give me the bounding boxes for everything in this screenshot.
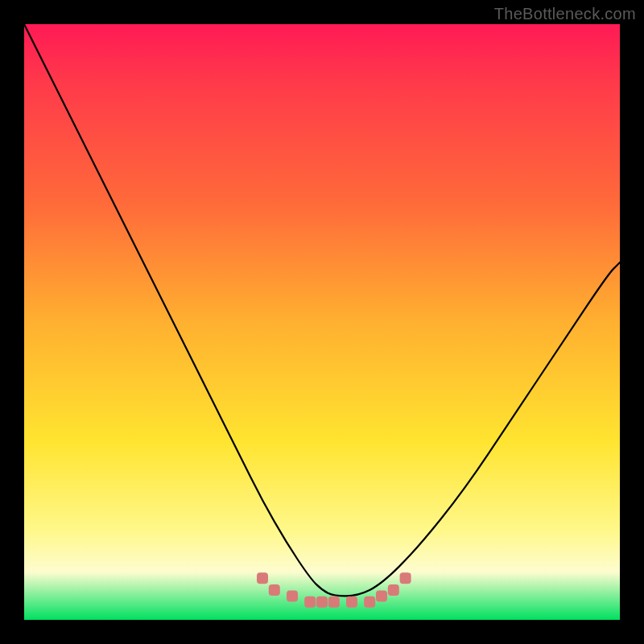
chart-frame: TheBottleneck.com xyxy=(0,0,644,644)
bottom-marker xyxy=(257,572,268,584)
bottom-marker xyxy=(364,597,375,608)
plot-area xyxy=(24,24,620,620)
bottom-marker xyxy=(346,597,357,608)
bottom-marker xyxy=(287,590,298,601)
bottom-marker xyxy=(304,597,316,608)
watermark-text: TheBottleneck.com xyxy=(494,5,636,23)
bottleneck-curve xyxy=(24,24,620,596)
chart-svg xyxy=(24,24,620,620)
bottom-marker xyxy=(328,597,340,608)
bottom-marker xyxy=(376,590,387,601)
bottom-marker xyxy=(388,584,399,596)
bottom-marker xyxy=(400,572,411,584)
bottom-marker xyxy=(269,584,280,596)
bottom-marker xyxy=(316,597,328,608)
